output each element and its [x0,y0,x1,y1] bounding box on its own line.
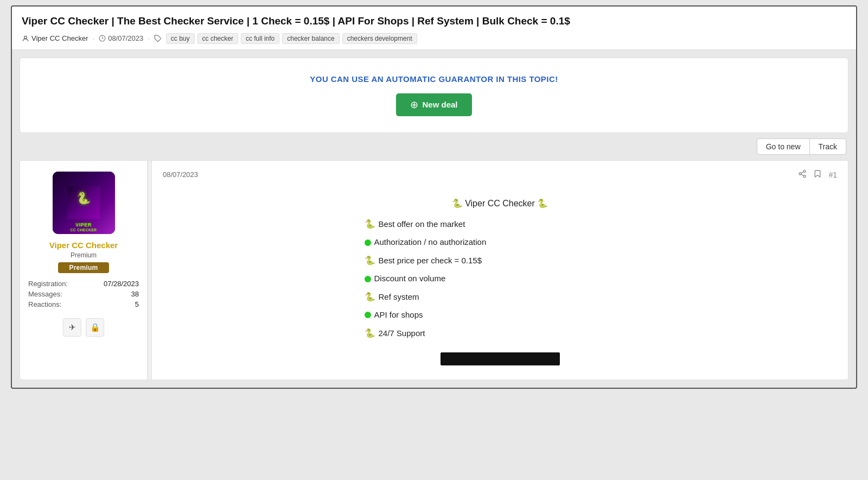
post-date-meta: 08/07/2023 [99,34,143,42]
registration-value: 07/28/2023 [104,280,139,288]
feature-list: 🐍 Best offer on the market Authorization… [365,215,636,343]
list-item: 🐍 24/7 Support [365,324,636,343]
avatar-text: VIPER [75,222,91,228]
guarantor-banner: YOU CAN USE AN AUTOMATIC GUARANTOR IN TH… [20,58,848,133]
toolbar-row: Go to new Track [12,133,856,160]
list-item: 🐍 Best price per check = 0.15$ [365,251,636,270]
go-to-new-button[interactable]: Go to new [757,138,809,155]
reactions-value: 5 [135,300,139,308]
avatar-subtext: CC CHECKER [71,228,97,232]
viper-logo-icon: 🐍 [67,186,100,219]
blurred-content-bar [441,352,560,365]
new-deal-label: New deal [422,100,457,109]
svg-point-6 [799,173,801,175]
list-item: 🐍 Best offer on the market [365,215,636,233]
tag-icon [154,35,162,42]
post-number: #1 [828,170,837,179]
list-item: API for shops [365,306,636,324]
telegram-icon: ✈ [69,323,76,332]
avatar: 🐍 VIPER CC CHECKER [53,172,115,234]
tag-cc-buy[interactable]: cc buy [166,33,195,44]
lock-button[interactable]: 🔒 [86,318,104,337]
messages-row: Messages: 38 [28,290,139,298]
svg-line-8 [801,174,804,176]
new-deal-button[interactable]: ⊕ New deal [396,93,471,116]
messages-value: 38 [131,290,139,298]
svg-text:🐍: 🐍 [76,191,91,205]
post-date-row: 08/07/2023 #1 [163,169,837,180]
reactions-row: Reactions: 5 [28,300,139,308]
user-icon [22,35,29,42]
snake-icon: 🐍 [365,216,375,232]
list-item: Discount on volume [365,270,636,288]
list-item: Authorization / no authorization [365,233,636,251]
user-sidebar: 🐍 VIPER CC CHECKER Viper CC Checker Prem… [20,161,148,380]
post-header: Viper CC Checker | The Best Checker Serv… [12,7,856,50]
green-dot-icon [365,276,371,282]
post-body: 🐍 Viper CC Checker 🐍 🐍 Best offer on the… [163,190,837,371]
user-actions: ✈ 🔒 [63,318,104,337]
post-timestamp: 08/07/2023 [163,170,198,179]
guarantor-text: YOU CAN USE AN AUTOMATIC GUARANTOR IN TH… [31,74,837,84]
tag-checker-balance[interactable]: checker balance [282,33,339,44]
bookmark-icon[interactable] [813,169,822,180]
svg-point-0 [24,36,27,39]
post-meta: Viper CC Checker · 08/07/2023 · cc buy c… [22,33,846,44]
share-icon[interactable] [798,169,807,180]
post-content: 08/07/2023 #1 🐍 Viper CC Checker 🐍 🐍 [152,161,848,380]
post-title-line: 🐍 Viper CC Checker 🐍 [163,195,837,212]
registration-row: Registration: 07/28/2023 [28,280,139,288]
tags-list: cc buy cc checker cc full info checker b… [166,33,417,44]
user-stats: Registration: 07/28/2023 Messages: 38 Re… [28,280,139,311]
post-actions-right: #1 [798,169,837,180]
snake-icon: 🐍 [365,289,375,305]
green-dot-icon [365,312,371,318]
svg-line-9 [801,172,804,173]
list-item: 🐍 Ref system [365,288,636,306]
tag-cc-checker[interactable]: cc checker [197,33,238,44]
user-role: Premium [71,251,97,259]
snake-icon: 🐍 [365,325,375,342]
plus-icon: ⊕ [410,99,418,111]
tag-checkers-development[interactable]: checkers development [342,33,417,44]
page-title: Viper CC Checker | The Best Checker Serv… [22,14,846,29]
premium-badge: Premium [58,262,108,273]
post-author: Viper CC Checker [22,34,88,42]
green-dot-icon [365,239,371,246]
tag-cc-full-info[interactable]: cc full info [241,33,279,44]
username: Viper CC Checker [49,241,118,250]
telegram-button[interactable]: ✈ [63,318,81,337]
post-container: 🐍 VIPER CC CHECKER Viper CC Checker Prem… [20,160,848,380]
svg-point-5 [803,170,806,172]
page-wrapper: Viper CC Checker | The Best Checker Serv… [11,5,857,389]
snake-icon: 🐍 [365,252,375,269]
clock-icon [99,35,106,42]
track-button[interactable]: Track [809,138,846,155]
lock-icon: 🔒 [90,323,100,332]
svg-point-7 [803,175,806,177]
vertical-divider [148,161,152,380]
